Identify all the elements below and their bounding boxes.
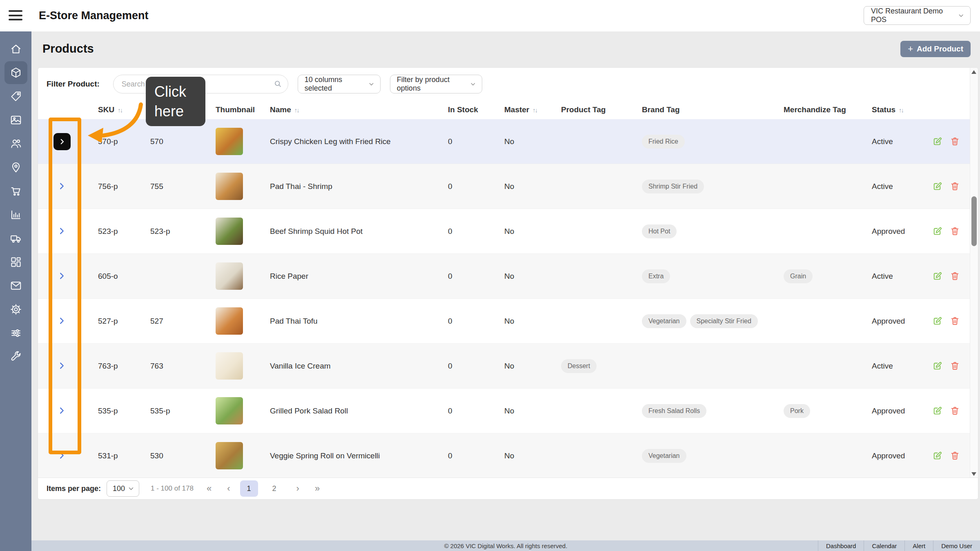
footer-link-calendar[interactable]: Calendar [864,540,904,551]
chevron-right-icon [57,361,66,370]
hamburger-menu-icon[interactable] [9,10,23,21]
scroll-down-button[interactable] [971,472,976,476]
sort-icon[interactable]: ↑↓ [532,107,537,113]
sidebar-item-products[interactable] [4,61,27,84]
edit-button[interactable] [932,316,942,326]
sort-icon[interactable]: ↑↓ [294,107,299,113]
brand-tag-cell: Fresh Salad Rolls [633,404,776,418]
expand-row-chevron[interactable] [57,361,67,371]
expand-row-chevron[interactable] [57,182,67,191]
edit-button[interactable] [932,181,942,191]
in-stock-cell: 0 [439,317,497,326]
delete-button[interactable] [950,226,960,236]
vertical-scrollbar[interactable] [970,68,978,478]
ref-number-cell: 570 [139,137,207,146]
trash-icon [950,226,960,236]
status-cell: Approved [862,451,923,460]
sidebar-item-preferences[interactable] [4,322,27,344]
product-options-filter-dropdown[interactable]: Filter by product options [390,75,482,93]
pagination-page-button-2[interactable]: 2 [265,480,283,497]
scroll-up-button[interactable] [971,70,976,74]
items-per-page-select[interactable]: 100 [107,480,139,497]
scrollbar-thumb[interactable] [971,196,977,246]
column-header-sku[interactable]: SKU↑↓ [86,105,139,114]
sidebar-item-reports[interactable] [4,203,27,226]
expand-row-chevron[interactable] [57,271,67,281]
pagination-next-button[interactable]: › [294,483,302,494]
sidebar-item-messages[interactable] [4,274,27,297]
sort-icon[interactable]: ↑↓ [118,107,122,113]
column-header-master[interactable]: Master↑↓ [497,105,554,114]
chevron-down-icon [368,80,375,88]
edit-icon [932,316,942,326]
master-cell: No [497,137,554,146]
add-product-button[interactable]: + Add Product [900,41,971,57]
delete-button[interactable] [950,406,960,416]
mail-icon [10,280,22,292]
brand-tag-cell: Extra [633,269,776,283]
store-selector-value: VIC Restaurant Demo POS [871,7,958,24]
store-selector-dropdown[interactable]: VIC Restaurant Demo POS [864,6,971,25]
sidebar-item-tags[interactable] [4,85,27,108]
edit-button[interactable] [932,406,942,416]
columns-selected-dropdown[interactable]: 10 columns selected [298,75,381,93]
sidebar-item-orders[interactable] [4,180,27,202]
sort-icon[interactable]: ↑↓ [899,107,903,113]
footer-link-demo-user[interactable]: Demo User [933,540,980,551]
edit-button[interactable] [932,361,942,371]
footer-link-alert[interactable]: Alert [904,540,933,551]
sku-cell: 527-p [86,317,139,326]
sidebar-item-settings[interactable] [4,298,27,321]
sidebar-item-dashboard[interactable] [4,251,27,273]
status-cell: Active [862,362,923,371]
edit-button[interactable] [932,226,942,236]
pagination-last-button[interactable]: » [312,483,322,494]
table-row: 756-p755 Pad Thai - Shrimp0NoShrimp Stir… [38,164,978,209]
trash-icon [950,316,960,326]
delete-button[interactable] [950,271,960,281]
footer-link-dashboard[interactable]: Dashboard [818,540,864,551]
merchandize-tag-cell: Pork [776,404,862,418]
delete-button[interactable] [950,451,960,461]
ref-number-cell: 763 [139,362,207,371]
name-cell: Vanilla Ice Cream [262,362,439,371]
brand-tag-pill: Specialty Stir Fried [690,314,758,328]
expand-row-chevron[interactable] [57,406,67,416]
trash-icon [950,136,960,147]
edit-button[interactable] [932,136,942,147]
edit-button[interactable] [932,271,942,281]
sidebar-item-media[interactable] [4,109,27,131]
table-row: 605-o Rice Paper0NoExtraGrainActive [38,254,978,299]
column-header-name[interactable]: Name↑↓ [262,105,439,114]
sidebar-item-tools[interactable] [4,345,27,368]
pagination-page-button-1[interactable]: 1 [240,480,258,497]
expand-row-chevron[interactable] [57,227,67,236]
delete-button[interactable] [950,316,960,326]
sidebar-item-delivery[interactable] [4,227,27,250]
delete-button[interactable] [950,136,960,147]
pagination-first-button[interactable]: « [204,483,214,494]
expand-row-chevron[interactable] [57,451,67,461]
in-stock-cell: 0 [439,272,497,281]
thumbnail-cell [207,173,262,200]
product-thumbnail [216,442,243,469]
column-header-merchandize_tag: Merchandize Tag [776,105,862,114]
sku-cell: 535-p [86,407,139,415]
sidebar-item-home[interactable] [4,38,27,60]
columns-selected-value: 10 columns selected [305,76,368,93]
pagination-prev-button[interactable]: ‹ [225,483,232,494]
status-cell: Approved [862,317,923,326]
expand-row-chevron[interactable] [57,316,67,326]
column-label: Product Tag [561,105,606,114]
edit-button[interactable] [932,451,942,461]
delete-button[interactable] [950,181,960,191]
actions-cell [923,451,970,461]
grid-icon [10,256,22,268]
column-header-status[interactable]: Status↑↓ [862,105,923,114]
sidebar-item-customers[interactable] [4,132,27,155]
actions-cell [923,406,970,416]
delete-button[interactable] [950,361,960,371]
sidebar-item-locations[interactable] [4,156,27,179]
sku-cell: 756-p [86,182,139,191]
expand-row-button[interactable] [53,133,71,150]
